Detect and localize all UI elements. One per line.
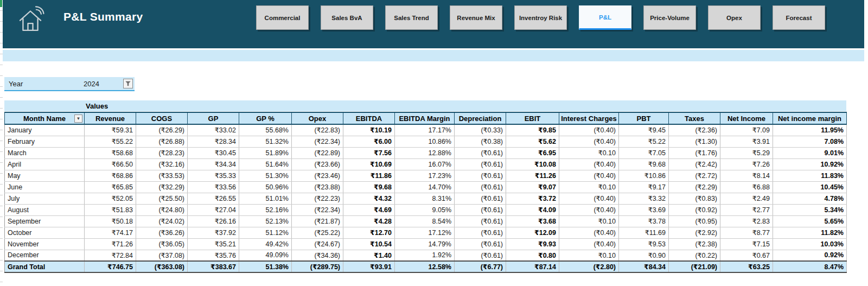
cell-ebit: ₹12.09 [506, 227, 559, 238]
cell-ebit: ₹5.62 [506, 136, 559, 147]
cell-interest-charges: (₹0.40) [559, 170, 619, 181]
cell-ebitda: ₹11.86 [343, 170, 395, 181]
pl-table: Month Name▼RevenueCOGSGPGP %OpexEBITDAEB… [4, 112, 847, 273]
cell-interest-charges: (₹0.40) [559, 124, 619, 136]
cell-ebitda-margin: 1.92% [395, 250, 455, 261]
year-slicer[interactable]: Year 2024 [4, 77, 135, 91]
cell-revenue: ₹71.26 [85, 238, 136, 250]
cell-cogs: (₹26.88) [136, 136, 188, 147]
nav-button-p-l[interactable]: P&L [579, 5, 631, 30]
year-filter-button[interactable] [123, 79, 133, 88]
cell-cogs: (₹24.80) [136, 204, 188, 215]
total-cell-opex: (₹289.75) [292, 261, 343, 272]
cell-gp: ₹33.56 [188, 181, 239, 193]
cell-ebitda-margin: 10.86% [395, 136, 455, 147]
col-header-month-name[interactable]: Month Name▼ [5, 112, 85, 124]
total-cell-gp: ₹383.67 [188, 261, 239, 272]
cell-interest-charges: (₹0.40) [559, 227, 619, 238]
table-row-july: July₹52.05(₹25.50)₹26.5551.01%(₹22.23)₹4… [5, 193, 847, 204]
cell-opex: (₹21.87) [292, 215, 343, 227]
table-row-october: October₹74.17(₹36.26)₹37.9251.12%(₹25.22… [5, 227, 847, 238]
cell-month-name: April [5, 158, 85, 170]
cell-month-name: August [5, 204, 85, 215]
cell-gp: ₹27.04 [188, 204, 239, 215]
cell-gp: 49.09% [239, 250, 292, 261]
cell-opex: (₹34.36) [292, 250, 343, 261]
cell-depreciation: (₹0.61) [455, 181, 506, 193]
total-cell-ebitda-margin: 12.58% [395, 261, 455, 272]
total-cell-gp: 51.38% [239, 261, 292, 272]
nav-button-revenue-mix[interactable]: Revenue Mix [450, 5, 502, 30]
filter-funnel-icon [125, 80, 131, 87]
nav-button-opex[interactable]: Opex [708, 5, 761, 30]
cell-depreciation: (₹0.61) [455, 204, 506, 215]
table-row-january: January₹59.31(₹26.29)₹33.0255.68%(₹22.83… [5, 124, 847, 136]
table-row-february: February₹55.22(₹26.88)₹28.3451.32%(₹22.3… [5, 136, 847, 147]
cell-gp: 55.68% [239, 124, 292, 136]
col-header-pbt: PBT [619, 112, 669, 124]
nav-button-inventroy-risk[interactable]: Inventroy Risk [514, 5, 567, 30]
cell-ebitda-margin: 12.88% [395, 147, 455, 158]
cell-gp: 51.30% [239, 170, 292, 181]
cell-ebitda: ₹1.40 [343, 250, 395, 261]
grand-total-row: Grand Total₹746.75(₹363.08)₹383.6751.38%… [5, 261, 847, 272]
cell-month-name: May [5, 170, 85, 181]
col-header-gp: GP % [239, 112, 292, 124]
cell-ebit: ₹9.07 [506, 181, 559, 193]
cell-cogs: (₹33.53) [136, 170, 188, 181]
cell-revenue: ₹55.22 [85, 136, 136, 147]
cell-interest-charges: ₹0.10 [559, 250, 619, 261]
cell-net-income: ₹0.67 [720, 250, 773, 261]
home-icon[interactable] [15, 3, 46, 35]
pl-table-region: Values Month Name▼RevenueCOGSGPGP %OpexE… [4, 100, 846, 273]
cell-ebit: ₹3.68 [506, 215, 559, 227]
header-accent-band [3, 50, 864, 61]
cell-net-income-margin: 9.01% [773, 147, 847, 158]
cell-taxes: (₹0.83) [669, 193, 720, 204]
cell-month-name: June [5, 181, 85, 193]
cell-revenue: ₹51.83 [85, 204, 136, 215]
cell-cogs: (₹25.50) [136, 193, 188, 204]
cell-ebitda-margin: 14.79% [395, 238, 455, 250]
cell-ebitda-margin: 16.07% [395, 158, 455, 170]
cell-gp: ₹37.92 [188, 227, 239, 238]
nav-button-forecast[interactable]: Forecast [773, 5, 825, 30]
cell-cogs: (₹36.05) [136, 238, 188, 250]
total-cell-taxes: (₹21.09) [669, 261, 720, 272]
cell-depreciation: (₹0.61) [455, 170, 506, 181]
values-group-header: Values [4, 100, 846, 111]
window-edge-notch [0, 0, 2, 7]
cell-gp: 51.64% [239, 158, 292, 170]
nav-button-sales-bva[interactable]: Sales BvA [321, 5, 373, 30]
col-header-cogs: COGS [136, 112, 188, 124]
cell-cogs: (₹26.29) [136, 124, 188, 136]
cell-gp: ₹34.34 [188, 158, 239, 170]
cell-opex: (₹23.88) [292, 181, 343, 193]
cell-revenue: ₹59.31 [85, 124, 136, 136]
nav-button-commercial[interactable]: Commercial [256, 5, 309, 30]
cell-depreciation: (₹0.61) [455, 158, 506, 170]
cell-pbt: ₹9.53 [619, 238, 669, 250]
cell-pbt: ₹3.32 [619, 193, 669, 204]
cell-net-income: ₹2.49 [720, 193, 773, 204]
nav-button-sales-trend[interactable]: Sales Trend [385, 5, 438, 30]
cell-interest-charges: (₹0.40) [559, 193, 619, 204]
col-header-net-income-margin: Net income margin [773, 112, 847, 124]
cell-cogs: (₹24.02) [136, 215, 188, 227]
cell-gp: ₹26.55 [188, 193, 239, 204]
cell-pbt: ₹0.90 [619, 250, 669, 261]
cell-taxes: (₹2.36) [669, 124, 720, 136]
nav-button-price-volume[interactable]: Price-Volume [643, 5, 696, 30]
cell-ebitda: ₹7.56 [343, 147, 395, 158]
cell-opex: (₹25.22) [292, 227, 343, 238]
cell-interest-charges: ₹0.10 [559, 147, 619, 158]
total-cell-depreciation: (₹6.77) [455, 261, 506, 272]
pl-summary-dashboard: P&L Summary CommercialSales BvASales Tre… [0, 0, 868, 286]
cell-ebitda: ₹10.69 [343, 158, 395, 170]
year-slicer-value[interactable]: 2024 [84, 80, 99, 88]
month-filter-dropdown[interactable]: ▼ [74, 115, 82, 123]
cell-taxes: (₹1.30) [669, 136, 720, 147]
cell-opex: (₹24.67) [292, 238, 343, 250]
cell-ebitda: ₹4.28 [343, 215, 395, 227]
cell-month-name: September [5, 215, 85, 227]
